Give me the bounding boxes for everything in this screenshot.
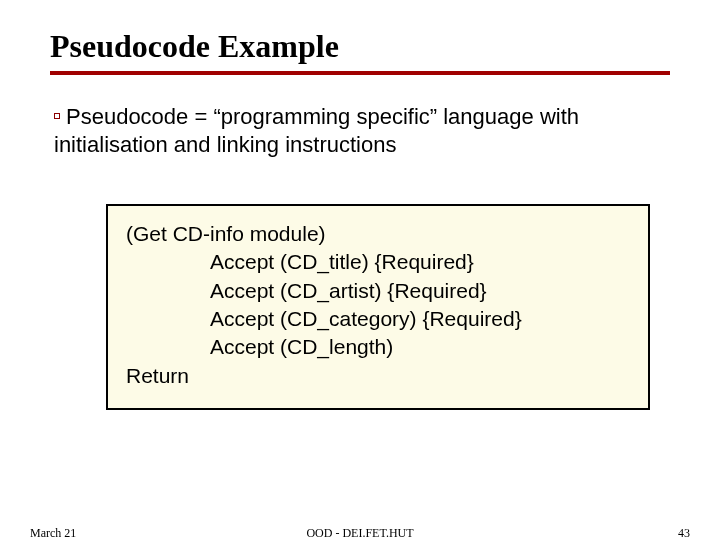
code-line: Return xyxy=(126,362,630,390)
pseudocode-box: (Get CD-info module) Accept (CD_title) {… xyxy=(106,204,650,410)
body-paragraph: Pseudocode = “programming specific” lang… xyxy=(54,103,670,158)
body-text: Pseudocode = “programming specific” lang… xyxy=(54,104,579,157)
footer-date: March 21 xyxy=(30,526,76,540)
code-line: Accept (CD_artist) {Required} xyxy=(126,277,630,305)
code-line: (Get CD-info module) xyxy=(126,220,630,248)
title-underline xyxy=(50,71,670,75)
code-line: Accept (CD_title) {Required} xyxy=(126,248,630,276)
slide: Pseudocode Example Pseudocode = “program… xyxy=(0,0,720,540)
slide-title: Pseudocode Example xyxy=(50,28,670,65)
code-line: Accept (CD_category) {Required} xyxy=(126,305,630,333)
bullet-icon xyxy=(54,113,60,119)
slide-number: 43 xyxy=(678,526,690,540)
footer-source: OOD - DEI.FET.HUT xyxy=(306,526,413,540)
code-line: Accept (CD_length) xyxy=(126,333,630,361)
